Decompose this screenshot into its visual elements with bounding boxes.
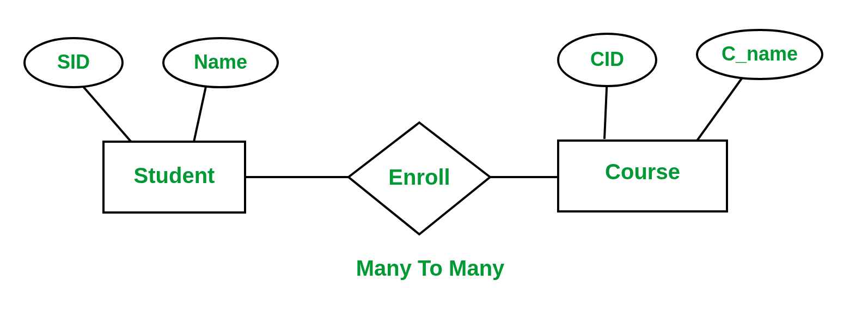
line-cname-course (697, 76, 743, 141)
entity-student-label: Student (114, 163, 234, 188)
line-sid-student (79, 82, 133, 144)
attribute-sid-label: SID (41, 51, 106, 74)
diagram-caption: Many To Many (332, 256, 528, 281)
attribute-cname-label: C_name (713, 42, 806, 65)
attribute-cid-label: CID (574, 48, 640, 71)
line-name-student (193, 82, 207, 144)
attribute-name-label: Name (185, 51, 256, 74)
entity-course-label: Course (574, 160, 711, 184)
relationship-enroll-label: Enroll (378, 165, 460, 190)
